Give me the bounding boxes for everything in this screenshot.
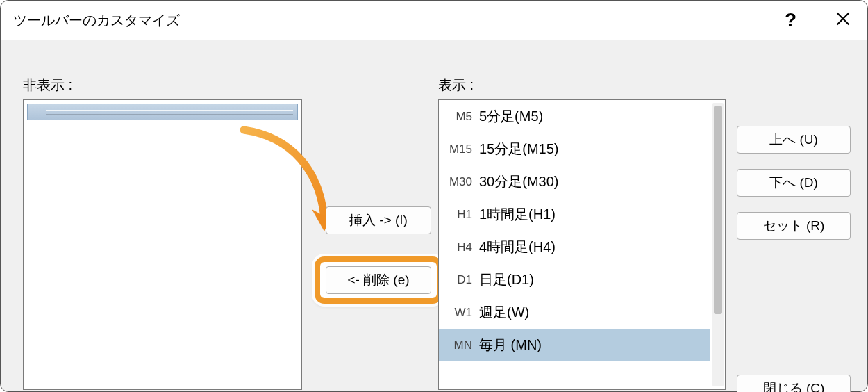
list-item-code: W1 xyxy=(443,306,479,320)
list-item-label: 毎月 (MN) xyxy=(479,336,710,354)
list-item-label: 30分足(M30) xyxy=(479,172,710,191)
titlebar-controls: ? xyxy=(779,1,856,40)
close-button[interactable]: 閉じる (C) xyxy=(737,375,851,392)
transfer-buttons: 挿入 -> (I) <- 削除 (e) xyxy=(315,206,442,304)
close-row: 閉じる (C) xyxy=(737,375,851,392)
customize-toolbar-dialog: ツールバーのカスタマイズ ? 非表示 : 挿入 - xyxy=(0,0,868,392)
remove-button[interactable]: <- 削除 (e) xyxy=(326,266,431,294)
visible-listbox[interactable]: M55分足(M5)M1515分足(M15)M3030分足(M30)H11時間足(… xyxy=(438,99,726,390)
list-item-code: M15 xyxy=(443,142,479,156)
dialog-content: 非表示 : 挿入 -> (I) <- 削除 (e) 表示 : xyxy=(1,40,867,391)
list-item-code: M5 xyxy=(443,110,479,124)
move-up-button[interactable]: 上へ (U) xyxy=(737,126,851,154)
hidden-listbox[interactable] xyxy=(23,99,302,390)
list-item-code: D1 xyxy=(443,273,479,287)
help-button[interactable]: ? xyxy=(779,9,802,31)
list-item-code: MN xyxy=(443,338,479,352)
list-item-label: 日足(D1) xyxy=(479,270,710,289)
list-item-code: M30 xyxy=(443,175,479,189)
list-item[interactable]: M1515分足(M15) xyxy=(439,133,710,165)
list-item[interactable]: H44時間足(H4) xyxy=(439,231,710,263)
list-item[interactable]: M3030分足(M30) xyxy=(439,165,710,198)
list-item-label: 15分足(M15) xyxy=(479,140,710,158)
scrollbar-thumb[interactable] xyxy=(714,106,722,314)
visible-list-label: 表示 : xyxy=(438,76,474,95)
list-item[interactable]: W1週足(W) xyxy=(439,296,710,329)
hidden-list-panel xyxy=(23,99,302,390)
dialog-title: ツールバーのカスタマイズ xyxy=(13,11,180,30)
move-down-button[interactable]: 下へ (D) xyxy=(737,169,851,197)
list-item-label: 4時間足(H4) xyxy=(479,238,710,256)
list-item-label: 5分足(M5) xyxy=(479,107,710,126)
titlebar: ツールバーのカスタマイズ ? xyxy=(1,1,867,40)
remove-button-highlight: <- 削除 (e) xyxy=(315,256,442,304)
list-item-code: H1 xyxy=(443,208,479,222)
hidden-list-separator-item[interactable] xyxy=(27,104,298,120)
list-item-label: 1時間足(H1) xyxy=(479,205,710,224)
close-icon[interactable] xyxy=(830,10,856,31)
order-buttons: 上へ (U) 下へ (D) セット (R) xyxy=(737,126,851,240)
list-item[interactable]: D1日足(D1) xyxy=(439,263,710,296)
list-item-code: H4 xyxy=(443,240,479,254)
visible-list-scrollbar[interactable] xyxy=(712,103,724,386)
insert-button[interactable]: 挿入 -> (I) xyxy=(326,206,431,234)
list-item[interactable]: MN毎月 (MN) xyxy=(439,329,710,361)
visible-list-panel: M55分足(M5)M1515分足(M15)M3030分足(M30)H11時間足(… xyxy=(438,99,726,390)
list-item[interactable]: M55分足(M5) xyxy=(439,100,710,133)
list-item-label: 週足(W) xyxy=(479,303,710,322)
list-item[interactable]: H11時間足(H1) xyxy=(439,198,710,231)
set-button[interactable]: セット (R) xyxy=(737,212,851,240)
hidden-list-label: 非表示 : xyxy=(23,76,72,95)
